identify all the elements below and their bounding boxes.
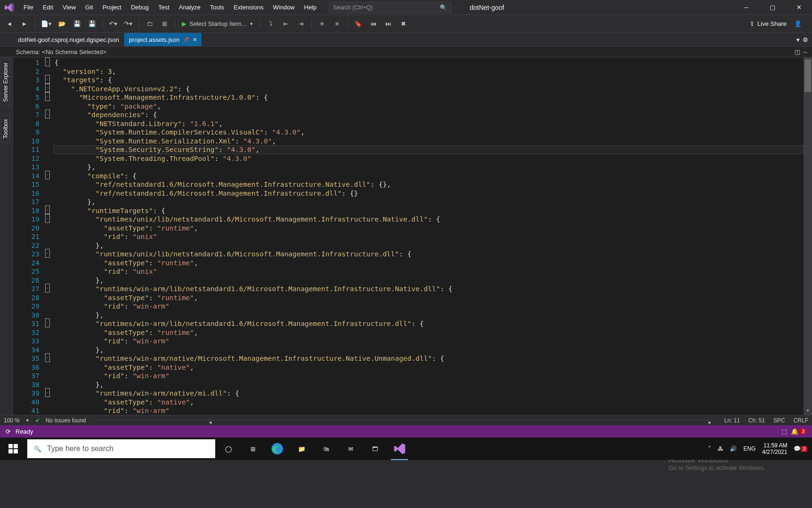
code-line[interactable]: "dependencies": { <box>54 111 804 119</box>
split-editor-button[interactable]: ◫ ↔ <box>795 48 812 56</box>
document-tab[interactable]: project.assets.json📌✕ <box>124 33 202 46</box>
code-line[interactable]: "targets": { <box>54 76 804 85</box>
code-line[interactable]: ".NETCoreApp,Version=v2.2": { <box>54 85 804 94</box>
code-line[interactable]: "assetType": "runtime", <box>54 294 804 302</box>
code-line[interactable]: "version": 3, <box>54 67 804 76</box>
app-icon[interactable]: 🗔 <box>363 437 387 460</box>
code-line[interactable]: }, <box>54 276 804 285</box>
code-line[interactable]: "runtimes/unix/lib/netstandard1.6/Micros… <box>54 250 804 259</box>
scroll-down-arrow[interactable]: ▼ <box>804 406 812 415</box>
save-button[interactable]: 💾 <box>70 17 84 31</box>
notifications-button[interactable]: 🔔3 <box>791 428 806 435</box>
menu-project[interactable]: Project <box>98 1 126 14</box>
fold-toggle[interactable]: - <box>45 84 50 93</box>
code-line[interactable]: "rid": "win-arm" <box>54 406 804 415</box>
network-icon[interactable]: 🖧 <box>718 445 723 452</box>
code-line[interactable]: "compile": { <box>54 172 804 181</box>
issues-label[interactable]: No issues found <box>46 417 86 424</box>
code-line[interactable]: "System.Security.SecureString": "4.3.0", <box>54 145 804 154</box>
toolbox-tab[interactable]: Toolbox <box>1 115 10 143</box>
fold-toggle[interactable]: - <box>45 206 50 214</box>
task-view-button[interactable]: ⊞ <box>241 437 265 460</box>
start-menu-button[interactable] <box>0 437 26 460</box>
code-line[interactable]: "runtimes/win-arm/lib/netstandard1.6/Mic… <box>54 319 804 328</box>
cortana-button[interactable]: ◯ <box>216 437 241 460</box>
fold-toggle[interactable]: - <box>45 171 50 180</box>
code-line[interactable]: "type": "package", <box>54 102 804 111</box>
close-button[interactable]: ✕ <box>786 0 812 15</box>
code-line[interactable]: "System.Runtime.Serialization.Xml": "4.3… <box>54 137 804 146</box>
comment-button[interactable]: ≡ <box>315 17 328 31</box>
fold-toggle[interactable]: - <box>45 110 50 119</box>
code-line[interactable]: }, <box>54 311 804 320</box>
code-line[interactable]: }, <box>54 381 804 389</box>
open-file-button[interactable]: 📂 <box>55 17 69 31</box>
prev-bookmark-button[interactable]: ⏮ <box>367 17 380 31</box>
code-line[interactable]: "rid": "win-arm" <box>54 372 804 381</box>
visual-studio-taskbar-icon[interactable] <box>387 437 412 460</box>
code-line[interactable]: "ref/netstandard1.6/Microsoft.Management… <box>54 189 804 198</box>
document-tab[interactable]: dotNet-goof.csproj.nuget.dgspec.json <box>13 33 124 46</box>
code-line[interactable]: "assetType": "native", <box>54 398 804 407</box>
code-line[interactable]: "runtimes/win-arm/lib/netstandard1.6/Mic… <box>54 285 804 294</box>
redo-button[interactable]: ↷▾ <box>122 17 135 31</box>
code-line[interactable]: }, <box>54 198 804 206</box>
language-indicator[interactable]: ENG <box>743 445 756 452</box>
tray-chevron-icon[interactable]: ˄ <box>708 445 711 452</box>
fold-toggle[interactable]: - <box>45 75 50 84</box>
zoom-level[interactable]: 100 % <box>4 417 20 424</box>
code-line[interactable]: "assetType": "native", <box>54 363 804 372</box>
menu-help[interactable]: Help <box>299 1 321 14</box>
taskbar-search[interactable]: 🔍 Type here to search <box>27 439 215 458</box>
next-bookmark-button[interactable]: ⏭ <box>382 17 395 31</box>
code-line[interactable]: "System.Runtime.CompilerServices.VisualC… <box>54 128 804 137</box>
start-debug-button[interactable]: ▶ Select Startup Item... ▼ <box>179 20 256 27</box>
undo-button[interactable]: ↶▾ <box>107 17 120 31</box>
mail-icon[interactable]: ✉ <box>338 437 363 460</box>
store-icon[interactable]: 🛍 <box>314 437 338 460</box>
zoom-chevron-icon[interactable]: ▼ <box>25 418 30 423</box>
code-line[interactable]: "NETStandard.Library": "1.6.1", <box>54 119 804 128</box>
new-project-button[interactable]: 📄▾ <box>39 17 54 31</box>
source-control-button[interactable]: ⬚ <box>781 428 787 435</box>
code-line[interactable]: }, <box>54 241 804 250</box>
indent-less-button[interactable]: ⇤ <box>279 17 292 31</box>
code-line[interactable]: }, <box>54 163 804 172</box>
save-all-button[interactable]: 💾 <box>86 17 99 31</box>
menu-view[interactable]: View <box>58 1 80 14</box>
bookmark-button[interactable]: 🔖 <box>351 17 365 31</box>
code-line[interactable]: "runtimes/win-arm/native/Microsoft.Manag… <box>54 354 804 363</box>
menu-file[interactable]: File <box>19 1 38 14</box>
fold-toggle[interactable]: - <box>45 249 50 258</box>
maximize-button[interactable]: ▢ <box>759 0 786 15</box>
fold-toggle[interactable]: - <box>45 214 50 223</box>
menu-window[interactable]: Window <box>268 1 299 14</box>
code-line[interactable]: "rid": "unix" <box>54 267 804 276</box>
edge-icon[interactable] <box>265 437 289 460</box>
code-content[interactable]: { "version": 3, "targets": { ".NETCoreAp… <box>52 57 804 415</box>
menu-tools[interactable]: Tools <box>205 1 229 14</box>
h-scroll-right-icon[interactable]: ► <box>708 420 712 425</box>
h-scroll-left-icon[interactable]: ◄ <box>208 420 212 425</box>
code-line[interactable]: { <box>54 58 804 67</box>
menu-edit[interactable]: Edit <box>38 1 58 14</box>
fold-toggle[interactable]: - <box>45 318 50 327</box>
feedback-button[interactable]: 👤 <box>791 17 804 31</box>
code-line[interactable]: "rid": "win-arm" <box>54 337 804 346</box>
fold-toggle[interactable]: - <box>45 57 50 66</box>
code-line[interactable]: "rid": "win-arm" <box>54 302 804 311</box>
schema-value[interactable]: <No Schema Selected> <box>42 48 106 56</box>
vertical-scrollbar[interactable]: ▲ ▼ <box>804 57 812 415</box>
code-line[interactable]: }, <box>54 346 804 355</box>
menu-analyze[interactable]: Analyze <box>174 1 205 14</box>
fold-toggle[interactable]: - <box>45 284 50 293</box>
code-line[interactable]: "ref/netstandard1.6/Microsoft.Management… <box>54 180 804 189</box>
code-line[interactable]: "assetType": "runtime", <box>54 328 804 337</box>
code-line[interactable]: "runtimeTargets": { <box>54 206 804 215</box>
tab-options-button[interactable]: ⚙ <box>803 36 808 43</box>
clock[interactable]: 11:59 AM 4/27/2021 <box>762 442 787 455</box>
clear-bookmarks-button[interactable]: ✖ <box>397 17 410 31</box>
menu-debug[interactable]: Debug <box>126 1 153 14</box>
fold-toggle[interactable]: - <box>45 353 50 362</box>
solution-platform-button[interactable]: ⊞ <box>158 17 171 31</box>
